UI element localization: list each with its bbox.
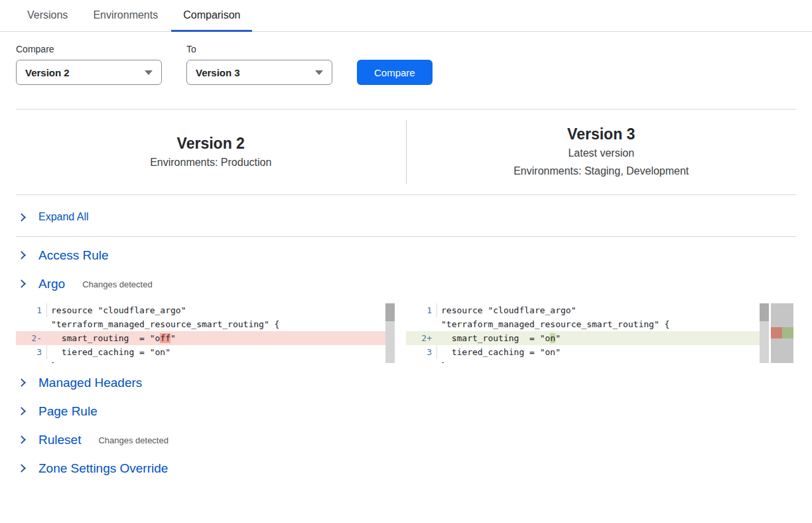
diff-line: 1resource "cloudflare_argo" [406,303,769,317]
changes-detected-badge: Changes detected [82,278,153,289]
diff-line: 1resource "cloudflare_argo" [16,303,395,317]
chevron-right-icon [17,435,26,444]
compare-from-label: Compare [16,44,162,54]
diff-line-wrap: "terraform_managed_resource_smart_routin… [406,317,769,331]
chevron-down-icon [145,70,153,75]
version-right-title: Version 3 [567,124,635,144]
diff-line-wrap: "terraform_managed_resource_smart_routin… [16,317,395,331]
section-label: Access Rule [38,248,109,263]
chevron-right-icon [17,378,26,387]
section-label: Argo [38,277,65,291]
version-right-header: Version 3 Latest version Environments: S… [407,119,797,185]
code-text: " [170,333,176,343]
scrollbar-thumb[interactable] [385,303,395,321]
line-number: 2- [16,331,46,345]
line-number [406,317,437,331]
line-code: } [437,359,446,363]
line-number [16,317,46,331]
tab-environments[interactable]: Environments [81,9,170,32]
line-code: resource "cloudflare_argo" [437,303,576,317]
section-label: Managed Headers [38,376,142,390]
line-number: 3 [16,345,46,359]
expand-all[interactable]: Expand All [19,211,812,223]
version-right-environments: Environments: Staging, Development [513,162,689,180]
section-list: Access Rule Argo Changes detected 1resou… [0,241,812,483]
version-headers: Version 2 Environments: Production Versi… [16,119,796,185]
chevron-right-icon [17,279,26,288]
diff-pane-left: 1resource "cloudflare_argo" "terraform_m… [16,303,395,363]
version-left-environments: Environments: Production [150,153,271,171]
version-right-subtitle: Latest version [568,144,634,162]
chevron-down-icon [315,70,323,75]
chevron-right-icon [17,213,26,222]
line-number: 1 [406,303,437,317]
divider [16,194,796,195]
diff-change-marker [771,327,793,338]
section-ruleset[interactable]: Ruleset Changes detected [19,425,812,454]
tab-bar: Versions Environments Comparison [0,0,812,32]
divider [16,236,796,237]
section-access-rule[interactable]: Access Rule [19,241,812,269]
line-number: 3 [406,345,437,359]
section-label: Zone Settings Override [38,461,168,476]
line-code: smart_routing = "on" [437,331,561,345]
diff-pane-right: 1resource "cloudflare_argo" "terraform_m… [406,303,769,363]
code-text: smart_routing = "o [441,333,550,343]
section-label: Ruleset [38,433,81,447]
changes-detected-badge: Changes detected [98,434,169,445]
divider [16,109,796,110]
chevron-right-icon [17,251,26,260]
line-code: resource "cloudflare_argo" [46,303,186,317]
argo-diff: 1resource "cloudflare_argo" "terraform_m… [16,303,812,363]
diff-line: 3 tiered_caching = "on" [16,345,395,359]
line-code: tiered_caching = "on" [46,345,170,359]
code-text: " [555,333,561,343]
code-text: smart_routing = "o [51,333,160,343]
line-number: 1 [16,303,46,317]
compare-button[interactable]: Compare [357,60,433,85]
chevron-right-icon [17,464,26,473]
line-number: 2+ [406,331,437,345]
compare-from-select[interactable]: Version 2 [16,60,162,85]
scrollbar[interactable] [760,303,769,363]
compare-to-label: To [186,44,332,54]
line-number [406,359,437,363]
scrollbar-thumb[interactable] [760,303,769,321]
diff-overview-ruler[interactable] [771,303,793,363]
added-marker [782,327,793,338]
section-page-rule[interactable]: Page Rule [19,397,812,425]
section-argo[interactable]: Argo Changes detected [19,269,812,298]
compare-to-group: To Version 3 [186,44,332,85]
compare-to-value: Version 3 [196,67,240,78]
diff-line-removed: 2- smart_routing = "off" [16,331,395,345]
expand-all-label: Expand All [38,211,89,223]
line-code: "terraform_managed_resource_smart_routin… [437,317,669,331]
section-label: Page Rule [38,404,98,419]
version-left-header: Version 2 Environments: Production [16,119,406,185]
removed-word-highlight: ff [160,333,170,343]
line-code: "terraform_managed_resource_smart_routin… [46,317,279,331]
scrollbar[interactable] [385,303,395,363]
tab-comparison[interactable]: Comparison [171,9,252,32]
section-managed-headers[interactable]: Managed Headers [19,368,812,397]
line-code: smart_routing = "off" [46,331,176,345]
diff-line: 3 tiered_caching = "on" [406,345,769,359]
compare-form: Compare Version 2 To Version 3 Compare [16,44,812,85]
line-code: } [46,359,56,363]
compare-to-select[interactable]: Version 3 [186,60,332,85]
section-zone-settings-override[interactable]: Zone Settings Override [19,454,812,483]
removed-marker [771,327,782,338]
chevron-right-icon [17,407,26,415]
diff-line-added: 2+ smart_routing = "on" [406,331,769,345]
line-number [16,359,46,363]
version-left-title: Version 2 [177,133,245,153]
diff-line: } [406,359,769,363]
compare-from-group: Compare Version 2 [16,44,162,85]
compare-from-value: Version 2 [25,67,70,78]
diff-line: } [16,359,395,363]
tab-versions[interactable]: Versions [15,9,80,32]
line-code: tiered_caching = "on" [437,345,561,359]
